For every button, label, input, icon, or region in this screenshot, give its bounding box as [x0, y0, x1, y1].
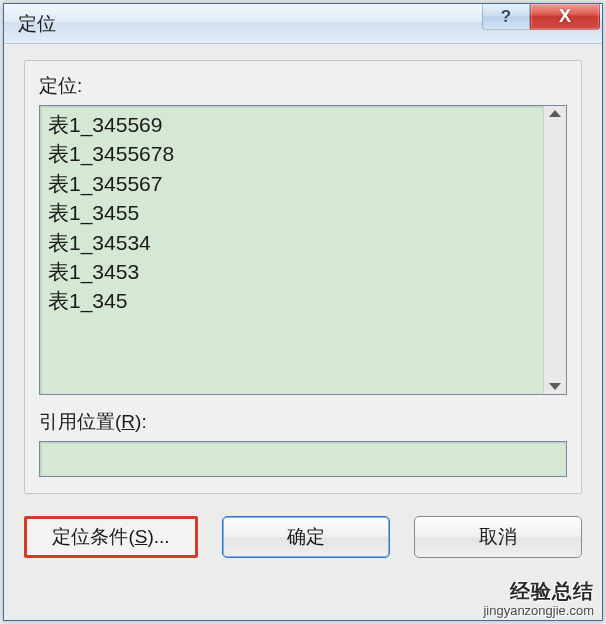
goto-listbox[interactable]: 表1_345569 表1_3455678 表1_345567 表1_3455 表… [39, 105, 567, 395]
special-button-suffix: )... [147, 526, 169, 548]
list-item[interactable]: 表1_345 [48, 286, 535, 315]
goto-group: 定位: 表1_345569 表1_3455678 表1_345567 表1_34… [24, 60, 582, 494]
close-icon: X [559, 6, 571, 27]
cancel-button[interactable]: 取消 [414, 516, 582, 558]
list-items-container: 表1_345569 表1_3455678 表1_345567 表1_3455 表… [40, 106, 543, 394]
ok-button[interactable]: 确定 [222, 516, 390, 558]
list-item[interactable]: 表1_345569 [48, 110, 535, 139]
list-item[interactable]: 表1_3455 [48, 198, 535, 227]
button-row: 定位条件(S)... 确定 取消 [4, 494, 602, 558]
scroll-up-icon[interactable] [549, 110, 561, 117]
watermark: 经验总结 jingyanzongjie.com [483, 578, 594, 618]
reference-label-suffix: ): [135, 411, 147, 432]
reference-label-prefix: 引用位置( [39, 411, 121, 432]
list-item[interactable]: 表1_34534 [48, 228, 535, 257]
list-item[interactable]: 表1_3455678 [48, 139, 535, 168]
close-button[interactable]: X [530, 4, 600, 30]
goto-label: 定位: [39, 73, 567, 99]
help-button[interactable]: ? [482, 4, 530, 30]
reference-label: 引用位置(R): [39, 409, 567, 435]
special-button-prefix: 定位条件( [52, 524, 134, 550]
titlebar: 定位 ? X [4, 4, 602, 44]
reference-label-key: R [121, 411, 135, 432]
watermark-cn: 经验总结 [483, 578, 594, 605]
dialog-window: 定位 ? X 定位: 表1_345569 表1_3455678 表1_34556… [3, 3, 603, 621]
reference-input[interactable] [39, 441, 567, 477]
scroll-down-icon[interactable] [549, 383, 561, 390]
list-item[interactable]: 表1_345567 [48, 169, 535, 198]
list-item[interactable]: 表1_3453 [48, 257, 535, 286]
special-button-key: S [135, 526, 148, 548]
dialog-content: 定位: 表1_345569 表1_3455678 表1_345567 表1_34… [4, 44, 602, 494]
scrollbar[interactable] [543, 106, 567, 394]
titlebar-buttons: ? X [482, 4, 600, 32]
watermark-en: jingyanzongjie.com [483, 603, 594, 618]
help-icon: ? [501, 7, 511, 27]
special-button[interactable]: 定位条件(S)... [24, 516, 198, 558]
